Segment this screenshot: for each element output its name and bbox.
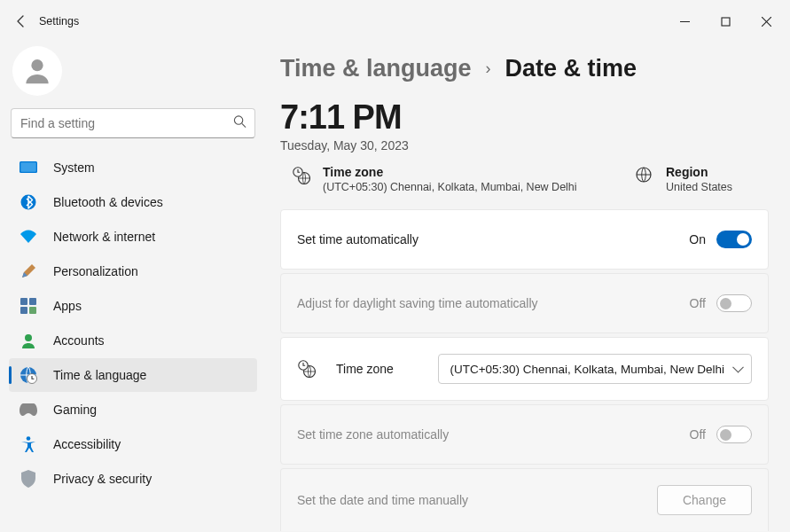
back-button[interactable] — [4, 4, 39, 39]
card-dst: Adjust for daylight saving time automati… — [280, 273, 769, 333]
minimize-icon — [680, 17, 690, 27]
arrow-left-icon — [14, 14, 28, 28]
wifi-icon — [18, 226, 39, 247]
card-timezone: Time zone (UTC+05:30) Chennai, Kolkata, … — [280, 337, 769, 401]
toggle-auto-time[interactable] — [716, 231, 752, 248]
nav-item-system[interactable]: System — [9, 151, 257, 184]
sidebar: System Bluetooth & devices Network & int… — [0, 43, 266, 532]
nav-list: System Bluetooth & devices Network & int… — [9, 151, 257, 496]
apps-icon — [18, 295, 39, 317]
region-value: United States — [666, 181, 732, 193]
region-label: Region — [666, 165, 732, 179]
toggle-state: Off — [690, 427, 706, 442]
search-icon — [233, 115, 246, 132]
tz-label: Time zone — [323, 165, 577, 179]
svg-point-5 — [234, 116, 242, 124]
nav-label: Time & language — [53, 368, 146, 382]
nav-item-accounts[interactable]: Accounts — [9, 324, 257, 357]
maximize-button[interactable] — [705, 7, 746, 35]
avatar[interactable] — [12, 46, 62, 96]
nav-item-time-language[interactable]: Time & language — [9, 358, 257, 392]
change-button: Change — [657, 485, 752, 515]
card-title: Adjust for daylight saving time automati… — [297, 296, 690, 310]
card-title: Set time automatically — [297, 232, 689, 246]
svg-point-14 — [25, 334, 32, 341]
breadcrumb: Time & language › Date & time — [280, 55, 769, 82]
account-icon — [18, 330, 39, 351]
svg-line-6 — [242, 123, 246, 127]
main-content: Time & language › Date & time 7:11 PM Tu… — [266, 43, 790, 532]
window-title: Settings — [39, 15, 79, 27]
card-auto-tz: Set time zone automatically Off — [280, 404, 769, 465]
card-title: Set time zone automatically — [297, 427, 690, 442]
nav-item-privacy[interactable]: Privacy & security — [9, 462, 257, 496]
tz-value: (UTC+05:30) Chennai, Kolkata, Mumbai, Ne… — [323, 181, 577, 193]
nav-label: Network & internet — [53, 230, 155, 244]
shield-icon — [18, 468, 39, 489]
card-title: Time zone — [336, 362, 438, 376]
card-auto-time: Set time automatically On — [280, 209, 769, 270]
person-icon — [20, 54, 54, 88]
search-input[interactable] — [11, 108, 255, 138]
gaming-icon — [18, 399, 39, 420]
nav-label: Accessibility — [53, 437, 121, 451]
bluetooth-icon — [18, 192, 39, 213]
maximize-icon — [721, 17, 731, 27]
system-icon — [18, 157, 39, 178]
card-manual: Set the date and time manually Change — [280, 468, 769, 531]
nav-label: System — [53, 160, 95, 175]
timezone-select[interactable]: (UTC+05:30) Chennai, Kolkata, Mumbai, Ne… — [438, 354, 752, 384]
nav-item-bluetooth[interactable]: Bluetooth & devices — [9, 185, 257, 219]
toggle-dst — [716, 294, 752, 312]
close-icon — [762, 17, 771, 27]
card-title: Set the date and time manually — [297, 493, 657, 507]
titlebar: Settings — [0, 0, 790, 43]
timezone-icon — [297, 360, 317, 378]
current-date: Tuesday, May 30, 2023 — [280, 138, 769, 153]
toggle-state: Off — [690, 296, 706, 310]
svg-rect-10 — [20, 298, 27, 305]
svg-rect-11 — [29, 298, 36, 305]
svg-point-17 — [27, 436, 31, 441]
globe-clock-icon — [18, 364, 39, 386]
svg-rect-13 — [29, 307, 36, 314]
close-button[interactable] — [746, 7, 786, 35]
paint-icon — [18, 261, 39, 282]
minimize-button[interactable] — [664, 7, 705, 35]
accessibility-icon — [18, 434, 39, 455]
nav-label: Privacy & security — [53, 472, 152, 486]
nav-label: Gaming — [53, 403, 97, 417]
svg-rect-8 — [20, 162, 35, 171]
nav-label: Personalization — [53, 264, 138, 278]
toggle-state: On — [689, 232, 706, 246]
nav-item-network[interactable]: Network & internet — [9, 220, 257, 254]
nav-item-accessibility[interactable]: Accessibility — [9, 427, 257, 461]
nav-label: Bluetooth & devices — [53, 195, 163, 209]
current-time: 7:11 PM — [280, 98, 769, 137]
info-row: Time zone (UTC+05:30) Chennai, Kolkata, … — [280, 165, 769, 193]
globe-icon — [636, 167, 653, 184]
nav-item-personalization[interactable]: Personalization — [9, 254, 257, 288]
chevron-right-icon: › — [486, 59, 491, 78]
nav-item-gaming[interactable]: Gaming — [9, 393, 257, 426]
svg-rect-12 — [20, 307, 27, 314]
nav-item-apps[interactable]: Apps — [9, 289, 257, 323]
nav-label: Accounts — [53, 333, 105, 348]
svg-point-4 — [31, 59, 43, 71]
timezone-icon — [293, 167, 310, 184]
nav-label: Apps — [53, 299, 82, 313]
select-value: (UTC+05:30) Chennai, Kolkata, Mumbai, Ne… — [450, 363, 724, 376]
toggle-auto-tz — [716, 426, 752, 443]
search-box — [11, 108, 255, 138]
svg-rect-1 — [722, 18, 730, 26]
breadcrumb-parent[interactable]: Time & language — [280, 55, 472, 82]
breadcrumb-current: Date & time — [505, 55, 637, 82]
